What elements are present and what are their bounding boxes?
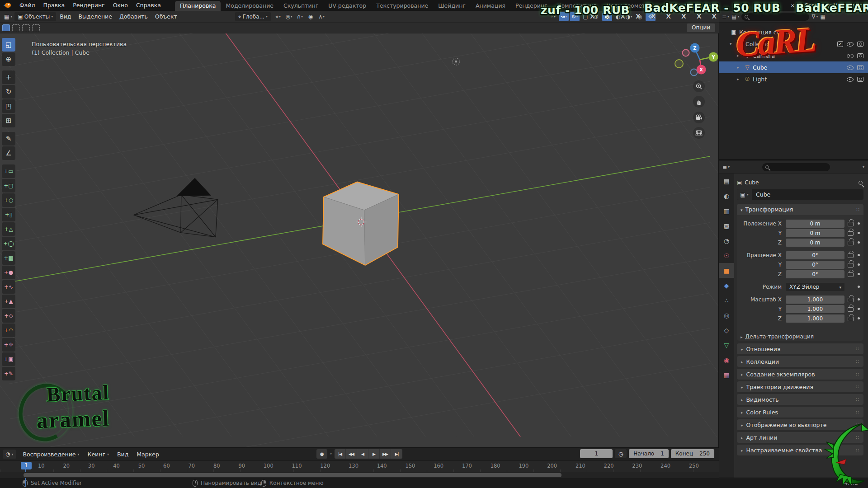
value-field[interactable]: 0° bbox=[786, 270, 844, 278]
tool-select-box[interactable]: ◱ bbox=[2, 38, 15, 52]
tab-texture[interactable]: ▦ bbox=[719, 367, 734, 382]
animate-dot-icon[interactable] bbox=[858, 298, 860, 300]
current-frame-field[interactable]: 1 bbox=[580, 449, 613, 458]
panel-grip-icon[interactable]: ∷ bbox=[856, 409, 859, 415]
value-field[interactable]: 0 m bbox=[786, 220, 844, 228]
viewport-menu-item[interactable]: Вид bbox=[56, 13, 75, 20]
topbar-menu-item[interactable]: Правка bbox=[39, 0, 69, 11]
tool-cursor[interactable]: ⊕ bbox=[2, 52, 15, 66]
snapping-magnet-icon[interactable]: ∩▾ bbox=[295, 12, 305, 21]
zoom-button[interactable] bbox=[693, 80, 705, 92]
cube-object[interactable] bbox=[323, 182, 399, 265]
value-field[interactable]: 1.000 bbox=[786, 296, 844, 304]
collapsed-section[interactable]: Видимость ∷ bbox=[737, 394, 863, 405]
animate-dot-icon[interactable] bbox=[858, 286, 860, 288]
workspace-tab[interactable]: Планировка bbox=[175, 1, 221, 11]
select-mode-extend-icon[interactable] bbox=[12, 24, 20, 31]
lock-icon[interactable] bbox=[848, 272, 854, 277]
tab-tool[interactable]: ▤ bbox=[719, 174, 734, 188]
workspace-tab[interactable]: Текстурирование bbox=[371, 1, 433, 11]
tool-move[interactable]: + bbox=[2, 70, 15, 84]
collapsed-section[interactable]: Создание экземпляров ∷ bbox=[737, 369, 863, 380]
tab-render[interactable]: ◐ bbox=[719, 188, 734, 203]
topbar-menu-item[interactable]: Справка bbox=[132, 0, 165, 11]
collapsed-section[interactable]: Траектории движения ∷ bbox=[737, 381, 863, 392]
current-frame-marker[interactable]: 1 bbox=[21, 462, 32, 469]
workspace-tab[interactable]: Шейдинг bbox=[433, 1, 471, 11]
value-field[interactable]: 0 m bbox=[786, 229, 844, 237]
tool-measure[interactable]: ∠ bbox=[2, 146, 15, 160]
lock-icon[interactable] bbox=[848, 222, 854, 226]
tool-rotate[interactable]: ↻ bbox=[2, 85, 15, 99]
viewport-menu-item[interactable]: Добавить bbox=[116, 13, 151, 20]
scrollbar-thumb[interactable] bbox=[24, 473, 561, 477]
properties-editor-dropdown[interactable]: ≡▾ bbox=[722, 164, 730, 170]
breadcrumb-object[interactable]: Cube bbox=[745, 179, 759, 186]
keying-set-dropdown[interactable]: ▾ bbox=[330, 452, 332, 456]
gizmo-neg-z[interactable] bbox=[691, 69, 698, 76]
animate-dot-icon[interactable] bbox=[858, 308, 860, 310]
tool-add-sphere[interactable]: +○ bbox=[2, 193, 15, 207]
next-keyframe-button[interactable]: ▶▶ bbox=[380, 449, 391, 459]
jump-to-start-button[interactable]: |◀ bbox=[335, 449, 346, 459]
animate-dot-icon[interactable] bbox=[858, 317, 860, 319]
proportional-editing-icon[interactable]: ◉▾ bbox=[306, 12, 316, 21]
tab-output[interactable]: ▥ bbox=[719, 203, 734, 218]
tab-material[interactable]: ◉ bbox=[719, 352, 734, 367]
workspace-tab[interactable]: Анимация bbox=[471, 1, 510, 11]
tool-add-torus[interactable]: +◯ bbox=[2, 237, 15, 250]
timeline-editor-dropdown[interactable]: ◔▾ bbox=[3, 450, 16, 459]
object-name-field[interactable]: ▣▾ Cube bbox=[737, 189, 863, 200]
viewport-menu-item[interactable]: Выделение bbox=[75, 13, 115, 20]
expand-arrow-icon[interactable]: ▾ bbox=[730, 42, 736, 46]
topbar-menu-item[interactable]: Рендеринг bbox=[69, 0, 109, 11]
tool-add-empty[interactable]: +◇ bbox=[2, 309, 15, 323]
transform-orientation-dropdown[interactable]: ⌖ Глоба... ▾ bbox=[235, 12, 271, 21]
play-reverse-button[interactable]: ◀ bbox=[357, 449, 368, 459]
editor-type-button[interactable]: ▦▾ bbox=[2, 12, 14, 21]
disable-render-icon[interactable] bbox=[857, 53, 863, 58]
animate-dot-icon[interactable] bbox=[858, 273, 860, 275]
workspace-tab[interactable]: UV-редактор bbox=[323, 1, 371, 11]
panel-grip-icon[interactable]: ∷ bbox=[856, 371, 859, 377]
timeline-menu-item[interactable]: Маркер▾ bbox=[132, 451, 163, 458]
timeline-menu-item[interactable]: Воспроизведение▾ bbox=[19, 451, 84, 458]
value-field[interactable]: XYZ Эйлер bbox=[786, 283, 844, 291]
lock-icon[interactable] bbox=[848, 253, 854, 258]
select-mode-set-icon[interactable] bbox=[2, 24, 10, 31]
panel-grip-icon[interactable]: ∷ bbox=[856, 397, 859, 403]
collapsed-section[interactable]: Отношения ∷ bbox=[737, 343, 863, 354]
workspace-tab[interactable]: Скульптинг bbox=[278, 1, 323, 11]
pan-hand-button[interactable] bbox=[693, 96, 705, 108]
collapsed-section[interactable]: Коллекции ∷ bbox=[737, 356, 863, 367]
pivot-point-icon[interactable]: ◎▾ bbox=[284, 12, 294, 21]
play-button[interactable]: ▶ bbox=[368, 449, 380, 459]
tool-annotate[interactable]: ✎ bbox=[2, 132, 15, 145]
timeline-menu-item[interactable]: Кеинг▾ bbox=[84, 451, 113, 458]
prev-keyframe-button[interactable]: ◀◀ bbox=[346, 449, 357, 459]
panel-grip-icon[interactable]: ∷ bbox=[856, 384, 859, 390]
light-object[interactable] bbox=[453, 58, 460, 65]
jump-to-end-button[interactable]: ▶| bbox=[391, 449, 402, 459]
timeline-menu-item[interactable]: Вид▾ bbox=[113, 451, 132, 458]
tab-scene[interactable]: ◔ bbox=[719, 233, 734, 248]
tool-add-rainbow[interactable]: +◠ bbox=[2, 324, 15, 337]
blender-logo-icon[interactable] bbox=[4, 2, 13, 9]
falloff-icon[interactable]: ∧▾ bbox=[316, 12, 326, 21]
tab-world[interactable]: ☉ bbox=[719, 248, 734, 263]
tab-physics[interactable]: ◎ bbox=[719, 308, 734, 323]
disable-render-icon[interactable] bbox=[857, 77, 863, 82]
gizmo-neg-y[interactable] bbox=[675, 60, 683, 68]
viewport-menu-item[interactable]: Объект bbox=[151, 13, 181, 20]
tab-modifiers[interactable]: ◆ bbox=[719, 278, 734, 293]
panel-grip-icon[interactable]: ∷ bbox=[856, 346, 859, 352]
tool-add-cube[interactable]: +▢ bbox=[2, 179, 15, 192]
camera-view-button[interactable] bbox=[693, 112, 705, 123]
disable-render-icon[interactable] bbox=[857, 65, 863, 70]
muted-speaker-icon[interactable]: ✕ bbox=[791, 3, 794, 8]
panel-grip-icon[interactable]: ∷ bbox=[856, 206, 860, 212]
delta-transform-row[interactable]: Дельта-трансформация bbox=[741, 333, 863, 340]
timeline-scrollbar[interactable] bbox=[0, 472, 719, 478]
topbar-menu-item[interactable]: Окно bbox=[109, 0, 132, 11]
frame-start-field[interactable]: Начало 1 bbox=[629, 449, 668, 458]
